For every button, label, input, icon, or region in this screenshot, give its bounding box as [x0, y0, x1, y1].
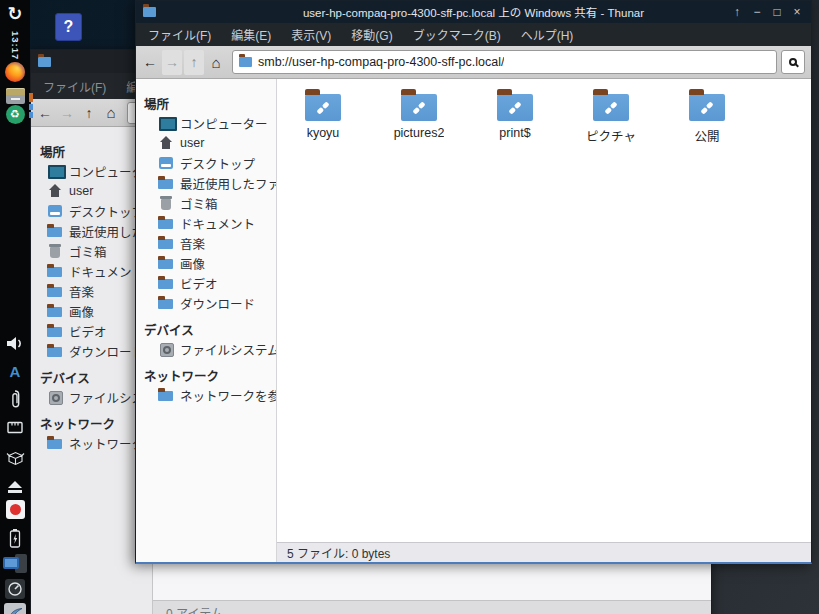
- unknown-desktop-icon[interactable]: ?: [55, 13, 82, 41]
- display-settings-icon[interactable]: [0, 553, 30, 574]
- eject-bar: [8, 490, 22, 493]
- dock: ↻ 13:17 ♻ A: [0, 0, 30, 614]
- up-button[interactable]: ↑: [184, 50, 204, 75]
- sidebar-item-videos[interactable]: ビデオ: [31, 321, 152, 341]
- file-item[interactable]: print$: [471, 87, 559, 140]
- window-indicator: [29, 104, 33, 110]
- sidebar-item-trash[interactable]: ゴミ箱: [31, 241, 152, 261]
- sidebar-icon: [158, 255, 174, 271]
- path-text: smb://user-hp-compaq-pro-4300-sff-pc.loc…: [258, 55, 504, 69]
- maximize-button[interactable]: □: [769, 4, 785, 20]
- window-title: user-hp-compaq-pro-4300-sff-pc.local 上の …: [136, 4, 811, 20]
- sidebar-item-user[interactable]: user: [31, 181, 152, 201]
- sidebar-item-filesystem[interactable]: ファイルシステム: [31, 387, 152, 407]
- menu-file[interactable]: ファイル(F): [33, 73, 116, 99]
- sidebar-item-pictures[interactable]: 画像: [31, 301, 152, 321]
- sidebar-icon: [158, 115, 174, 131]
- sidebar-icon: [158, 155, 174, 171]
- menu-view[interactable]: 表示(V): [281, 23, 341, 46]
- volume-icon[interactable]: [0, 333, 30, 353]
- menu-bookmarks[interactable]: ブックマーク(B): [403, 23, 511, 46]
- sidebar-icon: [47, 435, 63, 451]
- recycle-icon[interactable]: ♻: [0, 104, 30, 124]
- file-item[interactable]: pictures2: [375, 87, 463, 140]
- sidebar: 場所 コンピューター user デスクトップ: [136, 79, 277, 562]
- forward-button[interactable]: →: [162, 50, 182, 75]
- file-area[interactable]: kyoyu: [277, 79, 811, 542]
- sidebar-item-browse-network[interactable]: ネットワークを参...: [31, 433, 152, 453]
- sidebar-item-filesystem[interactable]: ファイルシステム: [136, 339, 276, 359]
- quill-editor-icon[interactable]: [0, 603, 30, 614]
- thunar-window[interactable]: user-hp-compaq-pro-4300-sff-pc.local 上の …: [135, 0, 812, 564]
- titlebar[interactable]: user-hp-compaq-pro-4300-sff-pc.local 上の …: [136, 1, 811, 23]
- share-emblem: [316, 100, 331, 115]
- up-button[interactable]: ↑: [79, 100, 99, 125]
- forward-button[interactable]: →: [57, 100, 77, 125]
- menu-edit[interactable]: 編集(E): [221, 23, 281, 46]
- package-icon[interactable]: [0, 447, 30, 467]
- back-button[interactable]: ←: [35, 100, 55, 125]
- sidebar-item-user[interactable]: user: [136, 133, 276, 153]
- path-bar[interactable]: smb://user-hp-compaq-pro-4300-sff-pc.loc…: [232, 50, 777, 74]
- shade-button[interactable]: ↑: [729, 4, 745, 20]
- sidebar-item-documents[interactable]: ドキュメント: [136, 213, 276, 233]
- sidebar-item-desktop[interactable]: デスクトップ: [136, 153, 276, 173]
- home-button[interactable]: ⌂: [101, 100, 121, 125]
- sidebar-icon: [47, 243, 63, 259]
- close-button[interactable]: ×: [789, 4, 805, 20]
- input-method-icon[interactable]: A: [0, 362, 30, 380]
- sidebar-item-pictures[interactable]: 画像: [136, 253, 276, 273]
- shared-folder-icon: [497, 94, 533, 121]
- home-button[interactable]: ⌂: [206, 50, 226, 75]
- eject-icon[interactable]: [0, 479, 30, 495]
- sidebar-icon: [47, 343, 63, 359]
- sidebar-header-network: ネットワーク: [31, 413, 152, 433]
- clock: 13:17: [0, 30, 30, 62]
- monitor-glyph: [2, 554, 28, 574]
- sidebar-item-trash[interactable]: ゴミ箱: [136, 193, 276, 213]
- menu-help[interactable]: ヘルプ(H): [511, 23, 584, 46]
- menu-go[interactable]: 移動(G): [341, 23, 402, 46]
- sidebar-item-downloads[interactable]: ダウンロード: [136, 293, 276, 313]
- minimize-button[interactable]: −: [749, 4, 765, 20]
- record-dot: [10, 504, 21, 515]
- sidebar-item-recent[interactable]: 最近使用したファ...: [31, 221, 152, 241]
- screen-record-icon[interactable]: [0, 499, 30, 519]
- menu-file[interactable]: ファイル(F): [138, 23, 221, 46]
- network-port-icon[interactable]: [0, 418, 30, 436]
- session-restart-icon[interactable]: ↻: [0, 3, 30, 25]
- battery-icon[interactable]: [0, 527, 30, 549]
- sidebar-icon: [47, 163, 63, 179]
- search-button[interactable]: [781, 50, 805, 74]
- sidebar-item-documents[interactable]: ドキュメント: [31, 261, 152, 281]
- sidebar-item-music[interactable]: 音楽: [136, 233, 276, 253]
- system-monitor-icon[interactable]: [0, 578, 30, 600]
- gauge-glyph: [7, 581, 23, 597]
- sidebar-item-computer[interactable]: コンピューター: [136, 113, 276, 133]
- sidebar-item-computer[interactable]: コンピューター: [31, 161, 152, 181]
- shared-folder-icon: [305, 94, 341, 121]
- file-item[interactable]: 公開: [663, 87, 751, 145]
- question-mark-glyph: ?: [64, 18, 74, 36]
- sidebar-item-browse-network[interactable]: ネットワークを参...: [136, 385, 276, 405]
- back-button[interactable]: ←: [140, 50, 160, 75]
- sidebar-item-music[interactable]: 音楽: [31, 281, 152, 301]
- share-emblem: [412, 100, 427, 115]
- sidebar-header-places: 場所: [31, 141, 152, 161]
- gauge-frame: [5, 579, 25, 599]
- port-glyph: [6, 420, 24, 435]
- paperclip-icon[interactable]: [0, 388, 30, 410]
- sidebar-icon: [158, 295, 174, 311]
- file-item[interactable]: ピクチャ: [567, 87, 655, 145]
- folder-icon: [239, 57, 252, 67]
- sidebar-icon: [47, 183, 63, 199]
- sidebar-item-desktop[interactable]: デスクトップ: [31, 201, 152, 221]
- folder-icon: [38, 57, 51, 67]
- archive-manager-icon[interactable]: [0, 87, 30, 104]
- sidebar-item-videos[interactable]: ビデオ: [136, 273, 276, 293]
- sidebar-icon: [158, 387, 174, 403]
- sidebar-item-recent[interactable]: 最近使用したファ...: [136, 173, 276, 193]
- file-item[interactable]: kyoyu: [279, 87, 367, 140]
- sidebar-item-downloads[interactable]: ダウンロード: [31, 341, 152, 361]
- firefox-icon[interactable]: [0, 61, 30, 83]
